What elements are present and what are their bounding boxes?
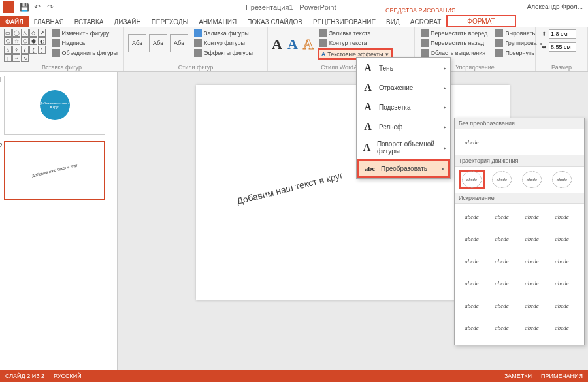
width-input[interactable] [549,42,576,52]
warp-option[interactable]: abcde [549,274,575,293]
thumb-shape: Добавим наш текст в круг [40,90,70,120]
textbox-button[interactable]: Надпись [50,39,120,48]
tab-home[interactable]: ГЛАВНАЯ [29,16,69,27]
height-input[interactable] [549,29,576,39]
app-icon [3,1,14,13]
warp-option[interactable]: abcde [549,296,575,315]
menu-glow[interactable]: AПодсветка▸ [357,97,450,117]
text-fill-button[interactable]: Заливка текста [318,29,393,38]
send-backward-button[interactable]: Переместить назад [419,39,489,48]
warp-option[interactable]: abcde [519,208,545,226]
tab-acrobat[interactable]: ACROBAT [405,16,447,27]
warp-option[interactable]: abcde [549,230,575,248]
tab-view[interactable]: ВИД [381,16,405,27]
transform-path-2[interactable]: abcde [489,170,515,189]
shape-style-gallery[interactable]: Абв Абв Абв [128,34,188,52]
transform-panel: Без преобразования abcde Траектория движ… [454,118,585,345]
warp-option[interactable]: abcde [519,252,545,270]
shape-fill-button[interactable]: Заливка фигуры [192,29,255,38]
warp-option[interactable]: abcde [459,208,485,226]
warp-option[interactable]: abcde [549,252,575,270]
wordart-gallery[interactable]: AAA [272,36,314,53]
warp-option[interactable]: abcde [459,319,485,337]
shape-outline-button[interactable]: Контур фигуры [192,39,255,48]
ribbon-tabs: ФАЙЛ ГЛАВНАЯ ВСТАВКА ДИЗАЙН ПЕРЕХОДЫ АНИ… [0,14,588,27]
warp-option[interactable]: abcde [489,319,515,337]
transform-path-3[interactable]: abcde [519,170,545,189]
warp-option[interactable]: abcde [549,208,575,226]
text-effects-menu: AТень▸ AОтражение▸ AПодсветка▸ AРельеф▸ … [356,57,451,179]
group-label: Размер [540,64,583,71]
warp-grid: abcde abcde abcde abcde abcde abcde abcd… [455,204,584,341]
warp-option[interactable]: abcde [489,230,515,248]
warp-option[interactable]: abcde [489,208,515,226]
section-follow-path: Траектория движения [455,155,584,167]
transform-path-4[interactable]: abcde [549,170,575,189]
merge-shapes-button[interactable]: Объединить фигуры [50,48,120,57]
tab-file[interactable]: ФАЙЛ [0,16,29,27]
tab-format[interactable]: ФОРМАТ [446,15,515,27]
menu-reflection[interactable]: AОтражение▸ [357,78,450,97]
text-outline-button[interactable]: Контур текста [318,39,393,48]
group-size: ⬍ ⬌ Размер [536,27,588,71]
tab-insert[interactable]: ВСТАВКА [69,16,109,27]
undo-icon[interactable]: ↶ [33,3,42,12]
menu-bevel[interactable]: AРельеф▸ [357,117,450,136]
warp-option[interactable]: abcde [459,296,485,315]
bring-forward-button[interactable]: Переместить вперед [419,29,489,38]
warp-option[interactable]: abcde [519,319,545,337]
quick-access-toolbar: 💾 ↶ ↷ [20,3,55,12]
warp-option[interactable]: abcde [459,230,485,248]
warp-option[interactable]: abcde [459,274,485,293]
warp-option[interactable]: abcde [549,319,575,337]
notes-button[interactable]: ЗАМЕТКИ [504,373,532,379]
contextual-tab-title: СРЕДСТВА РИСОВАНИЯ [380,5,461,16]
shapes-gallery[interactable]: ▭◯△◇↗⬠ ☆⬡⬢◐⌂✧ ({)}→↘ [4,29,48,62]
tab-slideshow[interactable]: ПОКАЗ СЛАЙДОВ [242,16,308,27]
status-bar: СЛАЙД 2 ИЗ 2 РУССКИЙ ЗАМЕТКИ ПРИМЕЧАНИЯ [0,370,588,382]
ribbon: ▭◯△◇↗⬠ ☆⬡⬢◐⌂✧ ({)}→↘ Изменить фигуру Над… [0,27,588,72]
tab-animations[interactable]: АНИМАЦИЯ [193,16,242,27]
selection-pane-button[interactable]: Область выделения [419,48,489,57]
group-insert-shapes: ▭◯△◇↗⬠ ☆⬡⬢◐⌂✧ ({)}→↘ Изменить фигуру Над… [0,27,124,71]
title-bar: 💾 ↶ ↷ Презентация1 - PowerPoint Александ… [0,0,588,14]
group-label: Стили фигур [128,64,263,71]
warp-option[interactable]: abcde [489,296,515,315]
slide-thumbnails: 1 Добавим наш текст в круг 2 Добавим наш… [0,72,118,370]
group-shape-styles: Абв Абв Абв Заливка фигуры Контур фигуры… [124,27,268,71]
language-indicator[interactable]: РУССКИЙ [54,373,82,379]
thumbnail-2[interactable]: 2 Добавим наш текст в круг [4,141,105,200]
tab-review[interactable]: РЕЦЕНЗИРОВАНИЕ [308,16,381,27]
save-icon[interactable]: 💾 [20,3,29,12]
menu-3d-rotation[interactable]: AПоворот объемной фигуры▸ [357,136,450,159]
transform-path-arch[interactable]: abcde [459,170,485,189]
tab-transitions[interactable]: ПЕРЕХОДЫ [146,16,194,27]
menu-transform[interactable]: abcПреобразовать▸ [359,161,448,176]
warp-option[interactable]: abcde [459,252,485,270]
redo-icon[interactable]: ↷ [46,3,55,12]
warp-option[interactable]: abcde [519,274,545,293]
comments-button[interactable]: ПРИМЕЧАНИЯ [541,373,583,379]
shape-effects-button[interactable]: Эффекты фигуры [192,48,255,57]
group-label: Вставка фигур [4,64,120,71]
warp-option[interactable]: abcde [489,252,515,270]
slide-indicator: СЛАЙД 2 ИЗ 2 [5,373,44,379]
section-no-transform: Без преобразования [455,118,584,129]
thumbnail-1[interactable]: 1 Добавим наш текст в круг [4,76,105,135]
menu-shadow[interactable]: AТень▸ [357,58,450,78]
transform-none[interactable]: abcde [459,133,485,151]
section-warp: Искривление [455,193,584,204]
warp-option[interactable]: abcde [489,274,515,293]
warp-option[interactable]: abcde [519,296,545,315]
warp-option[interactable]: abcde [519,230,545,248]
user-name: Александр Фрол... [527,3,583,10]
tab-design[interactable]: ДИЗАЙН [109,16,146,27]
curved-text[interactable]: Добавим наш текст в круг [236,170,344,206]
edit-shape-button[interactable]: Изменить фигуру [50,29,120,38]
